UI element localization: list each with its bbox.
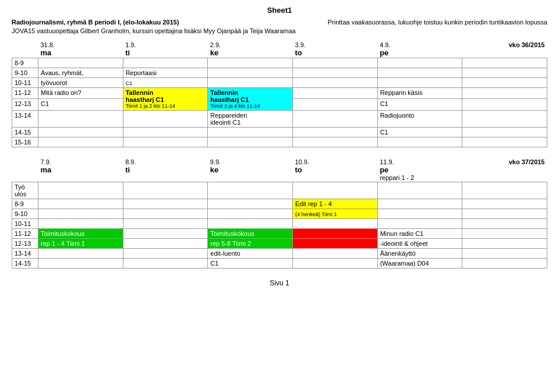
table-row: 10-11 bbox=[12, 218, 547, 228]
tyo-ulos-label: Työ ulos bbox=[12, 182, 38, 199]
w37-ma-12-13: rep 1 - 4 Tiimi 1 bbox=[38, 238, 123, 248]
w37-extra-10-11 bbox=[462, 218, 547, 228]
w37-time-empty bbox=[12, 158, 38, 182]
w36-ti-8-9 bbox=[123, 58, 208, 68]
w36-pe-9-10 bbox=[377, 68, 462, 77]
w37-pe-tulos bbox=[377, 182, 462, 199]
table-row: 9-10 Avaus, ryhmät, Reportaasi bbox=[12, 68, 547, 77]
w37-ke-11-12: Toimituskokous bbox=[208, 228, 293, 238]
w37-ti-10-11 bbox=[123, 218, 208, 228]
week36-ma-date: 31.8. ma bbox=[38, 41, 123, 58]
week37-to-date: 10.9. to bbox=[292, 158, 377, 182]
time-14-15: 14-15 bbox=[12, 127, 38, 137]
w36-extra-10-11 bbox=[462, 77, 547, 87]
w37-pe-14-15: (Waaramaa) D04 bbox=[377, 258, 462, 268]
w37-to-13-14 bbox=[292, 248, 377, 258]
w37-to-14-15 bbox=[292, 258, 377, 268]
w36-ti-13-14 bbox=[123, 110, 208, 127]
w36-to-8-9 bbox=[292, 58, 377, 68]
week37-label: vko 37/2015 bbox=[462, 158, 547, 182]
w37-time-9-10: 9-10 bbox=[12, 209, 38, 218]
week37-section: 7.9. ma 8.9. ti 9.9. ke 10.9. to 11.9. p… bbox=[12, 158, 547, 269]
w37-time-14-15: 14-15 bbox=[12, 258, 38, 268]
w36-to-9-10 bbox=[292, 68, 377, 77]
time-8-9: 8-9 bbox=[12, 58, 38, 68]
w36-ma-12-13: C1 bbox=[38, 99, 123, 111]
w36-extra-11-12 bbox=[462, 87, 547, 99]
w37-ma-14-15 bbox=[38, 258, 123, 268]
week36-to-date: 3.9. to bbox=[292, 41, 377, 58]
w36-ma-10-11: työvuorot bbox=[38, 77, 123, 87]
w37-to-tulos bbox=[292, 182, 377, 199]
w37-ma-tulos bbox=[38, 182, 123, 199]
w37-pe-9-10 bbox=[377, 209, 462, 218]
w36-ke-15-16 bbox=[208, 137, 293, 147]
w37-pe-11-12: Minun radio C1 bbox=[377, 228, 462, 238]
week37-ma-date: 7.9. ma bbox=[38, 158, 123, 182]
w36-ti-9-10: Reportaasi bbox=[123, 68, 208, 77]
w37-ke-10-11 bbox=[208, 218, 293, 228]
w37-ke-14-15: C1 bbox=[208, 258, 293, 268]
week37-ke-date: 9.9. ke bbox=[208, 158, 293, 182]
w36-ti-15-16 bbox=[123, 137, 208, 147]
w36-extra-14-15 bbox=[462, 127, 547, 137]
w37-to-9-10: (4 henkeä) Tiimi 1 bbox=[292, 209, 377, 218]
w37-extra-11-12 bbox=[462, 228, 547, 238]
w36-ma-15-16 bbox=[38, 137, 123, 147]
w37-pe-10-11 bbox=[377, 218, 462, 228]
table-row: 15-16 bbox=[12, 137, 547, 147]
week36-ke-date: 2.9. ke bbox=[208, 41, 293, 58]
w37-extra-9-10 bbox=[462, 209, 547, 218]
time-10-11: 10-11 bbox=[12, 77, 38, 87]
w37-time-12-13: 12-13 bbox=[12, 238, 38, 248]
w36-ma-8-9 bbox=[38, 58, 123, 68]
w37-pe-12-13: -ideointi & ohjeet bbox=[377, 238, 462, 248]
w37-ma-8-9 bbox=[38, 199, 123, 209]
w37-ke-12-13: rep 5-8 Tiimi 2 bbox=[208, 238, 293, 248]
time-11-12: 11-12 bbox=[12, 87, 38, 99]
w36-pe-8-9 bbox=[377, 58, 462, 68]
w36-to-12-13 bbox=[292, 99, 377, 111]
week36-label: vko 36/2015 bbox=[462, 41, 547, 58]
w37-pe-8-9 bbox=[377, 199, 462, 209]
w37-ke-13-14: edit-luento bbox=[208, 248, 293, 258]
table-row: 12-13 rep 1 - 4 Tiimi 1 rep 5-8 Tiimi 2 … bbox=[12, 238, 547, 248]
w37-time-8-9: 8-9 bbox=[12, 199, 38, 209]
w37-extra-tulos bbox=[462, 182, 547, 199]
w36-to-11-12 bbox=[292, 87, 377, 99]
time-15-16: 15-16 bbox=[12, 137, 38, 147]
w36-to-10-11 bbox=[292, 77, 377, 87]
w36-ke-8-9 bbox=[208, 58, 293, 68]
table-row: 10-11 työvuorot C1 bbox=[12, 77, 547, 87]
table-row: 8-9 bbox=[12, 58, 547, 68]
w36-pe-10-11 bbox=[377, 77, 462, 87]
header-line2: JOVA15 vastuuopettaja Gilbert Granholm, … bbox=[12, 27, 547, 36]
w37-to-10-11 bbox=[292, 218, 377, 228]
table-row: 9-10 (4 henkeä) Tiimi 1 bbox=[12, 209, 547, 218]
table-row: 11-12 Mitä radio on? Tallennin haastharj… bbox=[12, 87, 547, 99]
w36-ti-10-11: C1 bbox=[123, 77, 208, 87]
w37-ti-11-12 bbox=[123, 228, 208, 238]
week36-date-row: 31.8. ma 1.9. ti 2.9. ke 3.9. to 4.9. pe… bbox=[12, 41, 547, 58]
w36-pe-15-16 bbox=[377, 137, 462, 147]
w37-ma-13-14 bbox=[38, 248, 123, 258]
w37-to-11-12 bbox=[292, 228, 377, 238]
time-12-13: 12-13 bbox=[12, 99, 38, 111]
w37-to-12-13 bbox=[292, 238, 377, 248]
w36-extra-12-13 bbox=[462, 99, 547, 111]
w37-ma-11-12: Toimituskokous bbox=[38, 228, 123, 238]
w36-to-14-15 bbox=[292, 127, 377, 137]
header: Radiojournalismi, ryhmä B periodi I, (el… bbox=[12, 18, 547, 36]
w36-pe-11-12: Repparin käsis bbox=[377, 87, 462, 99]
w37-ke-9-10 bbox=[208, 209, 293, 218]
w36-ma-14-15 bbox=[38, 127, 123, 137]
w37-ti-8-9 bbox=[123, 199, 208, 209]
w36-to-13-14 bbox=[292, 110, 377, 127]
w36-ke-11-12: Tallennin haastharj C1 Tiimit 3 ja 4 klo… bbox=[208, 87, 293, 110]
w37-ma-10-11 bbox=[38, 218, 123, 228]
w37-extra-13-14 bbox=[462, 248, 547, 258]
w36-ke-10-11 bbox=[208, 77, 293, 87]
time-col-empty bbox=[12, 41, 38, 58]
week36-ti-date: 1.9. ti bbox=[123, 41, 208, 58]
w36-ti-11-12: Tallennin haastharj C1 Tiimit 1 ja 2 klo… bbox=[123, 87, 208, 110]
